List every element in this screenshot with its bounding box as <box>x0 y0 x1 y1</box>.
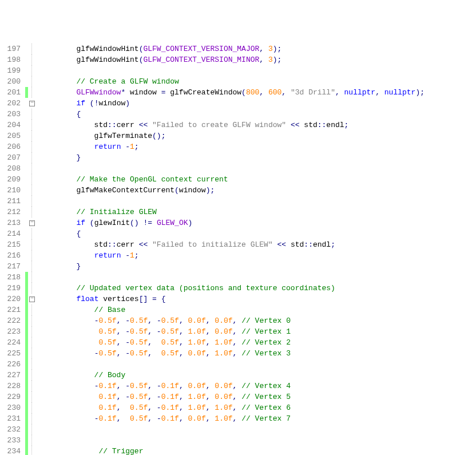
code-line[interactable]: -0.1f, -0.5f, -0.1f, 0.0f, 0.0f, // Vert… <box>41 381 476 391</box>
code-line[interactable]: 0.5f, -0.5f, 0.5f, 1.0f, 1.0f, // Vertex… <box>41 337 476 348</box>
fold-toggle-icon[interactable] <box>28 294 36 304</box>
line-number[interactable]: 218 <box>0 272 25 283</box>
line-number[interactable]: 207 <box>0 152 25 163</box>
code-line[interactable] <box>41 163 476 174</box>
code-line[interactable]: // Create a GLFW window <box>41 76 476 87</box>
token-op: , - <box>117 327 130 336</box>
code-line[interactable]: glfwTerminate(); <box>41 130 476 141</box>
line-number[interactable]: 214 <box>0 228 25 239</box>
line-number[interactable]: 206 <box>0 141 25 152</box>
code-line[interactable]: GLFWwindow* window = glfwCreateWindow(80… <box>41 87 476 98</box>
line-number[interactable]: 233 <box>0 435 25 446</box>
line-number[interactable]: 213 <box>0 217 25 228</box>
line-number[interactable]: 217 <box>0 261 25 272</box>
code-line[interactable] <box>41 359 476 370</box>
line-number[interactable]: 204 <box>0 120 25 130</box>
code-line[interactable]: // Initialize GLEW <box>41 207 476 217</box>
code-line[interactable]: // Body <box>41 370 476 381</box>
code-line[interactable]: if (glewInit() != GLEW_OK) <box>41 217 476 228</box>
code-line[interactable]: 0.1f, 0.5f, -0.1f, 1.0f, 1.0f, // Vertex… <box>41 402 476 413</box>
code-line[interactable]: 0.1f, -0.5f, -0.1f, 1.0f, 0.0f, // Verte… <box>41 391 476 402</box>
line-number[interactable]: 202 <box>0 98 25 109</box>
line-number[interactable]: 203 <box>0 109 25 120</box>
code-line[interactable]: std::cerr << "Failed to initialize GLEW"… <box>41 239 476 250</box>
fold-guide <box>28 348 36 359</box>
code-line[interactable] <box>41 272 476 283</box>
fold-toggle-icon[interactable] <box>28 217 36 228</box>
code-line[interactable]: // Make the OpenGL context current <box>41 174 476 185</box>
code-line[interactable]: glfwMakeContextCurrent(window); <box>41 185 476 196</box>
line-number[interactable]: 226 <box>0 359 25 370</box>
line-number[interactable]: 225 <box>0 348 25 359</box>
line-number[interactable]: 229 <box>0 391 25 402</box>
fold-guide <box>28 424 36 435</box>
fold-toggle-icon[interactable] <box>28 98 36 109</box>
code-line[interactable]: float vertices[] = { <box>41 294 476 304</box>
code-line[interactable] <box>41 424 476 435</box>
line-number[interactable]: 200 <box>0 76 25 87</box>
line-number[interactable]: 219 <box>0 283 25 294</box>
line-number[interactable]: 224 <box>0 337 25 348</box>
token-op: ; <box>344 121 349 129</box>
code-line[interactable]: return -1; <box>41 250 476 261</box>
line-number[interactable]: 220 <box>0 294 25 304</box>
token-id: glfwWindowHint <box>41 56 139 64</box>
line-number[interactable]: 210 <box>0 185 25 196</box>
line-number[interactable]: 231 <box>0 413 25 424</box>
line-number-gutter[interactable]: 1971981992002012022032042052062072082092… <box>0 43 25 455</box>
line-number[interactable]: 216 <box>0 250 25 261</box>
token-str: "Failed to initialize GLEW" <box>152 240 273 249</box>
code-line[interactable]: { <box>41 228 476 239</box>
code-line[interactable]: 0.5f, -0.5f, -0.5f, 1.0f, 0.0f, // Verte… <box>41 326 476 337</box>
code-line[interactable]: if (!window) <box>41 98 476 109</box>
line-number[interactable]: 232 <box>0 424 25 435</box>
code-line[interactable] <box>41 196 476 207</box>
code-line[interactable]: // Trigger <box>41 446 476 455</box>
token-op: , <box>259 88 268 97</box>
line-number[interactable]: 215 <box>0 239 25 250</box>
line-number[interactable]: 230 <box>0 402 25 413</box>
code-line[interactable] <box>41 65 476 76</box>
line-number[interactable]: 209 <box>0 174 25 185</box>
token-op: ) <box>125 99 130 108</box>
fold-column[interactable] <box>28 43 36 455</box>
code-line[interactable] <box>41 435 476 446</box>
token-num: 0.5f <box>130 338 148 347</box>
code-line[interactable]: // Base <box>41 304 476 315</box>
line-number[interactable]: 228 <box>0 381 25 391</box>
fold-guide <box>28 120 36 130</box>
line-number[interactable]: 197 <box>0 43 25 54</box>
token-num: 0.5f <box>130 327 148 336</box>
fold-guide <box>28 435 36 446</box>
code-line[interactable]: -0.5f, -0.5f, 0.5f, 0.0f, 1.0f, // Verte… <box>41 348 476 359</box>
line-number[interactable]: 234 <box>0 446 25 455</box>
code-line[interactable]: glfwWindowHint(GLFW_CONTEXT_VERSION_MINO… <box>41 54 476 65</box>
code-line[interactable]: return -1; <box>41 141 476 152</box>
line-number[interactable]: 205 <box>0 130 25 141</box>
code-line[interactable]: -0.1f, 0.5f, -0.1f, 0.0f, 1.0f, // Verte… <box>41 413 476 424</box>
line-number[interactable]: 208 <box>0 163 25 174</box>
code-area[interactable]: glfwWindowHint(GLFW_CONTEXT_VERSION_MAJO… <box>36 43 476 455</box>
token-num: 0.1f <box>161 414 179 423</box>
line-number[interactable]: 223 <box>0 326 25 337</box>
code-line[interactable]: // Updated vertex data (positions and te… <box>41 283 476 294</box>
token-id <box>41 393 98 401</box>
code-line[interactable]: } <box>41 152 476 163</box>
line-number[interactable]: 211 <box>0 196 25 207</box>
code-line[interactable]: std::cerr << "Failed to create GLFW wind… <box>41 120 476 130</box>
code-line[interactable]: { <box>41 109 476 120</box>
token-cmt: // Updated vertex data (positions and te… <box>41 284 335 292</box>
line-number[interactable]: 198 <box>0 54 25 65</box>
token-op: , - <box>148 382 161 390</box>
line-number[interactable]: 212 <box>0 207 25 217</box>
line-number[interactable]: 222 <box>0 315 25 326</box>
line-number[interactable]: 199 <box>0 65 25 76</box>
code-line[interactable]: glfwWindowHint(GLFW_CONTEXT_VERSION_MAJO… <box>41 43 476 54</box>
token-op: :: <box>318 121 327 129</box>
line-number[interactable]: 201 <box>0 87 25 98</box>
code-line[interactable]: } <box>41 261 476 272</box>
line-number[interactable]: 221 <box>0 304 25 315</box>
line-number[interactable]: 227 <box>0 370 25 381</box>
code-editor[interactable]: 1971981992002012022032042052062072082092… <box>0 43 476 455</box>
code-line[interactable]: -0.5f, -0.5f, -0.5f, 0.0f, 0.0f, // Vert… <box>41 315 476 326</box>
